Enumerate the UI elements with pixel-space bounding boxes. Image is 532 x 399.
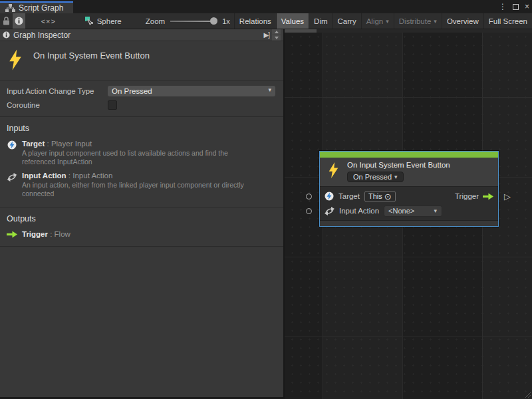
unit-title: On Input System Event Button: [33, 51, 150, 61]
carry-button[interactable]: Carry: [332, 13, 361, 29]
trigger-label: Trigger: [455, 192, 479, 200]
zoom-slider-track: [170, 21, 212, 22]
target-picker-icon[interactable]: ⊙: [384, 192, 392, 201]
graph-reference-label: Sphere: [97, 17, 122, 25]
toolbar-buttons: Relations Values Dim Carry Align Distrib…: [234, 13, 532, 29]
input-action-dropdown[interactable]: <None>: [384, 205, 442, 217]
full-screen-button[interactable]: Full Screen: [483, 13, 532, 29]
trigger-output-port[interactable]: [504, 192, 511, 201]
graph-inspector-title: Graph Inspector: [13, 31, 264, 40]
target-label: Target: [338, 192, 360, 200]
node-accent-bar: [320, 152, 498, 158]
window-controls: ⋮ ×: [499, 2, 529, 11]
graph-inspector-panel: Graph Inspector ▶] On Input System Event…: [0, 29, 285, 399]
unit-fields: Input Action Change Type On Pressed Coro…: [0, 80, 283, 117]
overview-button[interactable]: Overview: [442, 13, 483, 29]
event-lightning-icon: [8, 49, 23, 70]
kebab-menu-icon[interactable]: ⋮: [499, 2, 507, 11]
chevron-down-icon: [383, 17, 389, 25]
graph-hierarchy-icon: [5, 4, 15, 13]
toolbar: <×> Sphere Zoom 1x Relations Values Dim …: [0, 13, 532, 29]
chevron-down-icon: [392, 173, 398, 181]
info-icon: [15, 17, 23, 25]
maximize-icon[interactable]: [513, 4, 519, 10]
output-port-trigger: Trigger : Flow: [7, 230, 275, 238]
insert-node-button[interactable]: <×>: [39, 13, 59, 29]
tab-label: Script Graph: [19, 3, 63, 13]
input-port-target: Target : Player Input A player input com…: [7, 140, 275, 166]
player-input-icon: [325, 192, 334, 201]
input-action-input-port[interactable]: [306, 208, 312, 214]
unit-title-block: On Input System Event Button: [0, 41, 283, 80]
zoom-slider[interactable]: [170, 13, 217, 29]
script-machine-icon: [85, 17, 94, 25]
input-port-input-action: Input Action : Input Action An input act…: [7, 172, 275, 198]
lock-icon: [3, 17, 10, 25]
lock-button[interactable]: [0, 13, 13, 29]
close-icon[interactable]: ×: [525, 2, 529, 11]
canvas-horizontal-scrollbar[interactable]: [285, 29, 532, 33]
target-value-button[interactable]: This ⊙: [364, 191, 396, 202]
inspector-scrollbar[interactable]: [272, 29, 281, 41]
values-button[interactable]: Values: [276, 13, 309, 29]
player-input-icon: [7, 140, 17, 150]
titlebar: Script Graph ⋮ ×: [0, 0, 532, 13]
node-body: Target This ⊙ Trigger: [320, 186, 498, 220]
input-action-icon: [325, 206, 334, 215]
relations-button[interactable]: Relations: [234, 13, 276, 29]
chevron-down-icon: [431, 17, 437, 25]
zoom-label: Zoom: [146, 17, 165, 25]
change-type-dropdown[interactable]: On Pressed: [108, 86, 275, 96]
align-dropdown-button[interactable]: Align: [361, 13, 394, 29]
port-description: An input action, either from the linked …: [22, 181, 261, 198]
node-header[interactable]: On Input System Event Button On Pressed: [320, 158, 498, 186]
node-title: On Input System Event Button: [347, 161, 450, 169]
event-node[interactable]: On Input System Event Button On Pressed: [319, 151, 499, 227]
node-row-input-action: Input Action <None>: [320, 203, 498, 218]
inputs-heading: Inputs: [7, 124, 275, 133]
inspector-toggle-button[interactable]: [13, 13, 25, 29]
distribute-dropdown-button[interactable]: Distribute: [394, 13, 442, 29]
graph-canvas[interactable]: On Input System Event Button On Pressed: [285, 29, 532, 399]
zoom-slider-thumb[interactable]: [210, 17, 217, 25]
dim-button[interactable]: Dim: [309, 13, 332, 29]
target-input-port[interactable]: [306, 194, 312, 200]
node-row-target: Target This ⊙ Trigger: [320, 189, 498, 203]
graph-reference[interactable]: Sphere: [85, 13, 122, 29]
change-type-label: Input Action Change Type: [7, 87, 108, 95]
outputs-heading: Outputs: [7, 214, 275, 223]
graph-inspector-header: Graph Inspector ▶]: [0, 29, 283, 41]
input-action-icon: [7, 172, 17, 182]
zoom-value: 1x: [222, 17, 230, 25]
outputs-section: Outputs Trigger : Flow: [0, 207, 283, 247]
flow-arrow-icon: [7, 231, 17, 238]
tab-script-graph[interactable]: Script Graph: [0, 1, 73, 13]
script-graph-window: Script Graph ⋮ × <×>: [0, 0, 532, 399]
dock-panel-icon[interactable]: ▶]: [264, 31, 269, 39]
coroutine-label: Coroutine: [7, 101, 108, 109]
event-mode-dropdown[interactable]: On Pressed: [347, 172, 404, 182]
inputs-section: Inputs Target : Player Input A player in…: [0, 117, 283, 207]
coroutine-checkbox[interactable]: [108, 100, 117, 110]
event-lightning-icon: [328, 162, 339, 179]
flow-arrow-icon: [483, 193, 493, 200]
scroll-down-icon[interactable]: [272, 35, 281, 41]
scrollbar-thumb[interactable]: [285, 29, 317, 33]
input-action-label: Input Action: [339, 207, 379, 215]
resize-grip[interactable]: [524, 391, 531, 398]
node-footer: [320, 220, 498, 226]
port-description: A player input component used to list av…: [22, 149, 261, 166]
scroll-up-icon[interactable]: [272, 29, 281, 35]
info-icon: [3, 31, 10, 39]
